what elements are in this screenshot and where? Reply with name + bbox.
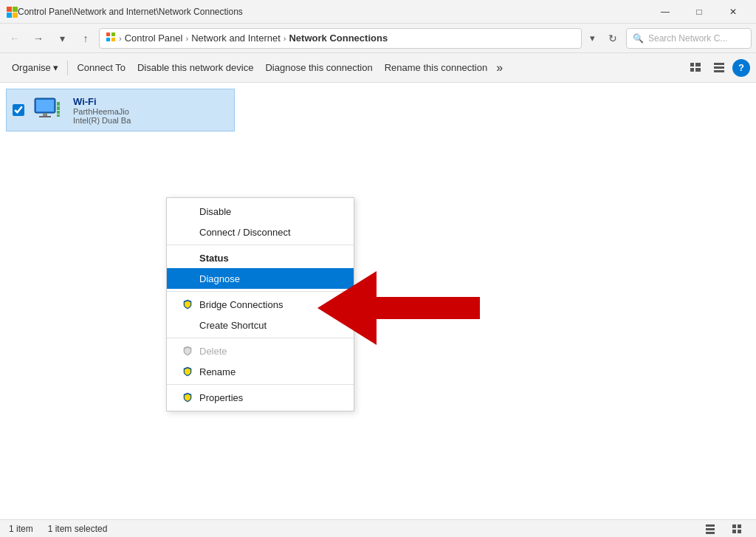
svg-rect-22 <box>57 102 60 106</box>
rename-button[interactable]: Rename this connection <box>379 56 493 80</box>
path-network-internet: Network and Internet <box>191 33 281 44</box>
item-detail2: Intel(R) Dual Ba <box>73 116 131 125</box>
dropdown-button[interactable]: ▾ <box>52 28 72 49</box>
svg-rect-7 <box>111 38 115 41</box>
search-box[interactable]: 🔍 Search Network C... <box>626 28 752 49</box>
main-content: Wi-Fi ParthHeemaJio Intel(R) Dual Ba Dis… <box>0 83 756 519</box>
svg-rect-29 <box>732 530 736 533</box>
ctx-delete: Delete <box>167 341 354 361</box>
svg-rect-26 <box>706 532 715 534</box>
forward-button[interactable]: → <box>28 28 49 49</box>
svg-rect-12 <box>714 63 724 65</box>
svg-rect-6 <box>106 38 110 41</box>
svg-rect-21 <box>57 106 60 110</box>
svg-rect-5 <box>111 33 115 36</box>
help-button[interactable]: ? <box>732 59 750 77</box>
shortcut-icon <box>182 319 193 331</box>
svg-rect-0 <box>7 7 12 12</box>
diagnose-button[interactable]: Diagnose this connection <box>259 56 378 80</box>
diagnose-icon <box>182 273 193 284</box>
svg-rect-25 <box>706 528 715 530</box>
item-detail1: ParthHeemaJio <box>73 107 131 116</box>
svg-rect-19 <box>57 114 60 117</box>
more-button[interactable]: » <box>493 56 506 80</box>
ctx-status[interactable]: Status <box>167 247 354 268</box>
search-icon: 🔍 <box>633 33 644 44</box>
bridge-shield-icon <box>182 298 193 310</box>
address-dropdown-button[interactable]: ▾ <box>585 28 599 49</box>
ctx-properties[interactable]: Properties <box>167 387 354 408</box>
svg-rect-24 <box>706 524 715 527</box>
ctx-status-label: Status <box>199 253 229 264</box>
back-button[interactable]: ← <box>4 28 25 49</box>
ctx-rename[interactable]: Rename <box>167 361 354 382</box>
svg-rect-2 <box>7 13 12 18</box>
path-sep2: › <box>185 34 188 43</box>
app-icon <box>6 6 18 18</box>
toolbar: Organise ▾ Connect To Disable this netwo… <box>0 53 756 83</box>
item-checkbox[interactable] <box>13 104 24 116</box>
status-bar-right <box>700 519 747 538</box>
path-sep1: › <box>119 34 122 43</box>
status-bar: 1 item 1 item selected <box>0 519 756 537</box>
disable-icon <box>182 205 193 217</box>
item-info: Wi-Fi ParthHeemaJio Intel(R) Dual Ba <box>73 96 131 125</box>
ctx-rename-label: Rename <box>199 366 236 377</box>
ctx-sep2 <box>167 291 354 292</box>
maximize-button[interactable]: □ <box>682 0 716 24</box>
path-network-connections: Network Connections <box>289 33 388 44</box>
item-name: Wi-Fi <box>73 96 131 107</box>
wifi-icon <box>30 92 66 128</box>
ctx-bridge[interactable]: Bridge Connections <box>167 294 354 315</box>
up-button[interactable]: ↑ <box>75 28 96 49</box>
path-sep3: › <box>284 34 286 43</box>
connect-to-button[interactable]: Connect To <box>71 56 131 80</box>
ctx-sep3 <box>167 338 354 338</box>
search-placeholder: Search Network C... <box>648 33 727 44</box>
svg-rect-3 <box>13 13 18 18</box>
svg-rect-8 <box>690 63 694 66</box>
title-bar: Control Panel\Network and Internet\Netwo… <box>0 0 756 24</box>
toolbar-right: ? <box>685 58 750 78</box>
disable-button[interactable]: Disable this network device <box>131 56 260 80</box>
rename-shield-icon <box>182 366 193 377</box>
ctx-disable-label: Disable <box>199 206 231 217</box>
ctx-diagnose[interactable]: Diagnose <box>167 268 354 289</box>
ctx-create-shortcut[interactable]: Create Shortcut <box>167 315 354 335</box>
svg-rect-17 <box>43 113 47 116</box>
view-toggle-button[interactable] <box>709 58 729 78</box>
view-options-button[interactable] <box>685 58 706 78</box>
properties-shield-icon <box>182 391 193 403</box>
svg-rect-14 <box>714 70 724 72</box>
organise-button[interactable]: Organise ▾ <box>6 56 64 80</box>
window-title: Control Panel\Network and Internet\Netwo… <box>18 7 648 17</box>
refresh-button[interactable]: ↻ <box>602 28 623 49</box>
ctx-connect-label: Connect / Disconnect <box>199 227 291 238</box>
connect-icon <box>182 226 193 238</box>
status-view-grid[interactable] <box>726 519 747 538</box>
ctx-diagnose-label: Diagnose <box>199 273 240 284</box>
close-button[interactable]: ✕ <box>716 0 750 24</box>
path-icon <box>106 32 116 44</box>
minimize-button[interactable]: — <box>648 0 682 24</box>
ctx-bridge-label: Bridge Connections <box>199 299 283 310</box>
window-controls: — □ ✕ <box>648 0 750 24</box>
ctx-connect-disconnect[interactable]: Connect / Disconnect <box>167 222 354 242</box>
address-bar: ← → ▾ ↑ › Control Panel › Network and In… <box>0 24 756 53</box>
ctx-disable[interactable]: Disable <box>167 201 354 222</box>
ctx-sep1 <box>167 244 354 245</box>
ctx-shortcut-label: Create Shortcut <box>199 320 267 331</box>
svg-rect-13 <box>714 66 724 69</box>
item-selected: 1 item selected <box>48 524 108 534</box>
svg-rect-18 <box>39 116 51 117</box>
svg-rect-28 <box>738 524 741 528</box>
svg-rect-16 <box>36 100 54 112</box>
wifi-item[interactable]: Wi-Fi ParthHeemaJio Intel(R) Dual Ba <box>6 89 235 131</box>
address-path[interactable]: › Control Panel › Network and Internet ›… <box>99 28 582 49</box>
item-count: 1 item <box>9 524 33 534</box>
status-icon <box>182 252 193 264</box>
toolbar-separator-1 <box>67 61 68 75</box>
ctx-sep4 <box>167 384 354 385</box>
ctx-properties-label: Properties <box>199 392 243 403</box>
status-view-list[interactable] <box>700 519 721 538</box>
